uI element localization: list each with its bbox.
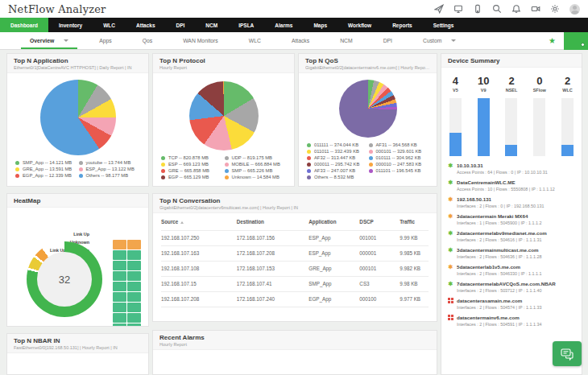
nav-item-maps[interactable]: Maps (303, 18, 337, 32)
device-name[interactable]: 3datacentermain Meraki MX64 (457, 213, 528, 219)
device-name[interactable]: 5datacenterlab1v5.me.com (457, 264, 520, 270)
device-item[interactable]: ✱3datacentermain Meraki MX64Interfaces :… (441, 211, 582, 228)
table-cell: 172.168.107.208 (234, 245, 306, 261)
nav-item-ncm[interactable]: NCM (195, 18, 228, 32)
device-name[interactable]: 3datacentermainmulticast.me.com (457, 247, 538, 253)
nav-item-dashboard[interactable]: Dashboard (0, 18, 48, 32)
mobile-icon[interactable] (473, 4, 482, 14)
nav-item-dpi[interactable]: DPI (166, 18, 196, 32)
device-item[interactable]: ✱2datacentermelabv9medianet.me.comInterf… (441, 228, 582, 245)
device-name[interactable]: 192.168.50.131 (457, 196, 491, 202)
tab-wan-monitors[interactable]: WAN Monitors (168, 32, 234, 49)
device-name[interactable]: datacentermainv6.me.com (457, 315, 520, 320)
heat-cell[interactable] (113, 303, 126, 312)
nav-item-wlc[interactable]: WLC (93, 18, 126, 32)
tab-dpi[interactable]: DPI (368, 32, 408, 49)
device-name[interactable]: 2datacentermelabv9medianet.me.com (457, 230, 547, 236)
column-header-traffic[interactable]: Traffic (396, 213, 429, 230)
tab-wlc[interactable]: WLC (234, 32, 276, 49)
heat-cell[interactable] (113, 240, 126, 249)
widget-top-n-application: Top N Application Ethernet0/1[DataCentre… (6, 53, 149, 187)
device-item[interactable]: ✱7datacentermelabAVCQoS.me.com.NBARInter… (441, 278, 582, 295)
heat-cell[interactable] (113, 292, 126, 302)
tab-qos[interactable]: Qos (127, 32, 168, 49)
gear-icon[interactable] (550, 4, 560, 14)
column-header-source[interactable]: Source (161, 213, 234, 230)
nav-item-inventory[interactable]: Inventory (48, 18, 93, 32)
legend-label: Others -- 98.177 MB (86, 173, 129, 178)
heat-cell[interactable] (113, 261, 126, 270)
nav-item-attacks[interactable]: Attacks (126, 18, 165, 32)
heat-cell[interactable] (113, 323, 126, 327)
device-item[interactable]: ✱5datacenterlab1v5.me.comInterfaces : 2 … (441, 262, 582, 278)
column-header-application[interactable]: Application (305, 213, 356, 230)
chat-support-button[interactable] (553, 341, 582, 366)
heat-cell[interactable] (127, 250, 141, 260)
tab-overview[interactable]: Overview (14, 32, 84, 49)
column-header-dscp[interactable]: DSCP (356, 213, 396, 230)
device-name[interactable]: DataCentremainWLC.ME (457, 179, 516, 185)
chevron-down-icon[interactable] (451, 39, 456, 42)
table-cell: GRE_App (305, 261, 356, 276)
legend-label: GRE_App -- 13.591 MB (23, 167, 72, 171)
nav-item-reports[interactable]: Reports (382, 18, 423, 32)
heat-cell[interactable] (113, 282, 126, 291)
legend-dot (307, 156, 311, 160)
tab-ncm[interactable]: NCM (325, 32, 367, 49)
heat-cell[interactable] (113, 313, 126, 323)
video-icon[interactable] (531, 4, 540, 14)
widget-device-summary: Device Summary 4V510V92NSEL0SFlow2WLC ✱1… (441, 53, 582, 375)
heat-cell[interactable] (127, 282, 141, 291)
heat-cell[interactable] (127, 271, 141, 281)
device-count-nsel: 2NSEL (498, 75, 526, 93)
favorite-star-icon[interactable]: ★ (549, 37, 556, 45)
heat-cell[interactable] (127, 313, 141, 323)
user-avatar[interactable] (569, 4, 580, 14)
nav-item-ipsla[interactable]: IPSLA (228, 18, 264, 32)
device-name[interactable]: datacenterasamain.me.com (457, 298, 522, 303)
application-pie-chart[interactable] (40, 80, 116, 155)
tab-apps[interactable]: Apps (84, 32, 127, 49)
tab-attacks[interactable]: Attacks (276, 32, 325, 49)
device-name[interactable]: 10.10.10.31 (457, 163, 483, 168)
legend-label: ESP -- 669.123 MB (168, 162, 209, 167)
heat-cell[interactable] (127, 240, 141, 249)
interface-status-donut[interactable]: 32 (27, 241, 102, 317)
device-item[interactable]: ✱192.168.50.131Interfaces : 2 | Flows : … (441, 194, 582, 211)
table-cell: EGP_App (305, 291, 356, 307)
device-name[interactable]: 7datacentermelabAVCQoS.me.com.NBAR (457, 281, 556, 286)
device-item[interactable]: ✱DataCentremainWLC.MEAccess Points : 10 … (441, 177, 582, 194)
tab-custom[interactable]: Custom (408, 32, 471, 49)
legend-label: AF31 -- 364.568 KB (376, 142, 417, 147)
heat-cell[interactable] (127, 261, 141, 270)
widget-list-button[interactable] (564, 32, 588, 50)
nav-item-workflow[interactable]: Workflow (337, 18, 382, 32)
legend-label: TCP -- 820.878 MB (168, 155, 209, 160)
qos-pie-chart[interactable] (339, 80, 397, 138)
column-header-destination[interactable]: Destination (234, 213, 306, 230)
legend-dot (307, 143, 311, 147)
monitor-icon[interactable] (453, 4, 463, 14)
legend-item-000010: 000010 -- 247.583 KB (369, 162, 429, 167)
device-item[interactable]: datacentermainv6.me.comInterfaces : 2 | … (441, 312, 582, 329)
nav-item-alarms[interactable]: Alarms (264, 18, 303, 32)
count-value: 2 (553, 75, 582, 87)
device-item[interactable]: ✱3datacentermainmulticast.me.comInterfac… (441, 245, 582, 262)
jet-icon[interactable] (434, 4, 444, 14)
chevron-down-icon[interactable] (64, 39, 68, 42)
device-item[interactable]: datacenterasamain.me.comInterfaces : 2 |… (441, 295, 582, 312)
bar-fill (561, 145, 574, 156)
protocol-legend: TCP -- 820.878 MBUDP -- 819.175 MBESP --… (153, 155, 294, 179)
search-icon[interactable] (492, 4, 502, 14)
nav-item-settings[interactable]: Settings (423, 18, 465, 32)
tab-label: WLC (249, 38, 261, 43)
heat-cell[interactable] (113, 250, 126, 260)
bell-icon[interactable] (511, 4, 521, 14)
table-row: 192.168.107.208172.168.107.240EGP_App000… (161, 291, 429, 307)
heat-cell[interactable] (127, 292, 141, 302)
heat-cell[interactable] (113, 271, 126, 281)
heat-cell[interactable] (127, 303, 141, 312)
device-item[interactable]: ✱10.10.10.31Access Points : 64 | Flows :… (441, 160, 582, 177)
heat-cell[interactable] (127, 323, 141, 327)
protocol-pie-chart[interactable] (189, 81, 259, 150)
